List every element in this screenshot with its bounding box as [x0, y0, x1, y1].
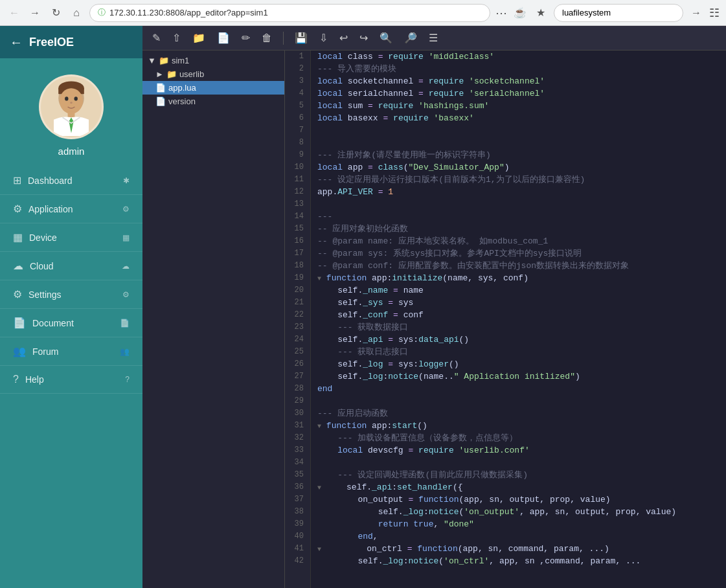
reload-button[interactable]: ↻	[48, 5, 63, 21]
line-num-23: 23	[291, 321, 304, 334]
line-num-31: 31	[291, 420, 304, 432]
forum-icon-right: 👥	[120, 347, 130, 356]
sidebar-item-forum[interactable]: 👥 Forum 👥	[0, 337, 142, 366]
toolbar-download-button[interactable]: ⇩	[316, 30, 331, 46]
browser-more-button[interactable]: ☷	[709, 6, 720, 20]
line-num-41: 41	[291, 543, 304, 555]
code-line-9: --- 注册对象(请尽量使用唯一的标识字符串)	[317, 149, 720, 161]
tree-item-userlib[interactable]: ► 📁 userlib	[142, 67, 284, 81]
code-line-31: ▼ function app:start()	[317, 420, 720, 432]
tree-item-root[interactable]: ▼ 📁 sim1	[142, 54, 284, 67]
star-button[interactable]: ★	[533, 5, 549, 21]
tree-arrow-icon: ▼	[148, 56, 156, 65]
forward-button[interactable]: →	[27, 5, 43, 21]
tree-version-label: version	[168, 96, 196, 106]
code-line-6: local basexx = require 'basexx'	[317, 112, 720, 124]
svg-point-3	[60, 88, 83, 114]
line-num-16: 16	[291, 235, 304, 247]
sidebar-item-cloud[interactable]: ☁ Cloud ☁	[0, 252, 142, 280]
search-input[interactable]	[554, 4, 683, 22]
search-go-button[interactable]: →	[688, 5, 704, 21]
sidebar-item-device[interactable]: ▦ Device ▦	[0, 223, 142, 252]
toolbar-delete-button[interactable]: 🗑	[258, 30, 275, 46]
browser-menu-button[interactable]: ⋯	[495, 6, 507, 20]
code-line-42: self._log:notice('on_ctrl', app, sn ,com…	[317, 555, 720, 567]
line-num-32: 32	[291, 432, 304, 444]
bookmark-button[interactable]: ☕	[512, 5, 528, 21]
toolbar-file-button[interactable]: 📄	[214, 30, 233, 46]
toolbar-upload-button[interactable]: ⇧	[169, 30, 184, 46]
code-editor[interactable]: 1 2 3 4 5 6 7 8 9 10 11 12 13 14	[285, 51, 726, 588]
forum-icon: 👥	[13, 345, 26, 357]
line-num-39: 39	[291, 518, 304, 530]
tree-item-version[interactable]: 📄 version	[142, 95, 284, 108]
sidebar-item-settings[interactable]: ⚙ Settings ⚙	[0, 280, 142, 309]
sidebar-item-document-label: Document	[32, 318, 74, 328]
line-num-14: 14	[291, 210, 304, 223]
toolbar-zoom-out-button[interactable]: 🔎	[401, 30, 420, 46]
toolbar-zoom-in-button[interactable]: 🔍	[376, 30, 396, 46]
username-label: admin	[58, 146, 85, 157]
code-line-7	[317, 124, 720, 137]
sidebar-item-settings-label: Settings	[28, 289, 62, 300]
code-line-39: return true, "done"	[317, 518, 720, 530]
line-num-11: 11	[291, 174, 304, 186]
line-num-29: 29	[291, 395, 304, 407]
toolbar-save-button[interactable]: 💾	[291, 30, 311, 46]
code-line-36: ▼ self._api:set_handler({	[317, 481, 720, 493]
toolbar-folder-button[interactable]: 📁	[189, 30, 209, 46]
code-line-28: end	[317, 383, 720, 395]
line-num-17: 17	[291, 247, 304, 260]
editor-split: ▼ 📁 sim1 ► 📁 userlib 📄 app.lua 📄 version	[142, 51, 726, 588]
settings-icon-right: ⚙	[122, 290, 130, 299]
sidebar: ← FreeIOE	[0, 26, 142, 588]
home-button[interactable]: ⌂	[69, 5, 84, 21]
file-app-icon: 📄	[155, 83, 166, 93]
code-line-41: ▼ on_ctrl = function(app, sn, command, p…	[317, 543, 720, 555]
svg-point-4	[65, 96, 68, 100]
cloud-icon: ☁	[13, 260, 23, 272]
tree-item-app-lua[interactable]: 📄 app.lua	[142, 81, 284, 95]
back-button[interactable]: ←	[6, 5, 22, 21]
sidebar-item-cloud-label: Cloud	[30, 261, 54, 271]
main-content: ✎ ⇧ 📁 📄 ✏ 🗑 💾 ⇩ ↩ ↪ 🔍 🔎 ☰ ▼ 📁 sim1	[142, 26, 726, 588]
code-lines: local class = require 'middleclass' --- …	[311, 51, 726, 588]
avatar-image	[42, 78, 100, 136]
line-num-22: 22	[291, 309, 304, 321]
code-line-12: app.API_VER = 1	[317, 186, 720, 198]
sidebar-back-button[interactable]: ←	[10, 35, 23, 50]
address-bar[interactable]: ⓘ 172.30.11.230:8808/app_editor?app=sim1	[89, 4, 490, 22]
line-num-8: 8	[291, 137, 304, 149]
document-icon: 📄	[13, 317, 26, 329]
sidebar-item-help[interactable]: ? Help ?	[0, 366, 142, 394]
line-num-6: 6	[291, 112, 304, 124]
line-num-26: 26	[291, 358, 304, 370]
sidebar-item-help-label: Help	[25, 374, 44, 385]
line-num-34: 34	[291, 457, 304, 469]
application-icon: ⚙	[13, 203, 22, 215]
tree-arrow-right-icon: ►	[155, 69, 164, 79]
line-num-21: 21	[291, 297, 304, 309]
code-line-33: local devscfg = require 'userlib.conf'	[317, 444, 720, 457]
help-icon: ?	[13, 374, 19, 385]
sidebar-item-document[interactable]: 📄 Document 📄	[0, 309, 142, 337]
editor-toolbar: ✎ ⇧ 📁 📄 ✏ 🗑 💾 ⇩ ↩ ↪ 🔍 🔎 ☰	[142, 26, 726, 51]
line-num-20: 20	[291, 284, 304, 297]
code-line-22: self._conf = conf	[317, 309, 720, 321]
sidebar-item-dashboard[interactable]: ⊞ Dashboard ✱	[0, 166, 142, 195]
tree-app-lua-label: app.lua	[168, 83, 196, 93]
toolbar-edit-button[interactable]: ✏	[238, 30, 253, 46]
code-line-16: -- @param name: 应用本地安装名称。 如modbus_com_1	[317, 235, 720, 247]
code-line-34	[317, 457, 720, 469]
svg-point-5	[74, 96, 78, 100]
code-line-24: self._api = sys:data_api()	[317, 334, 720, 346]
toolbar-separator-1	[283, 32, 284, 45]
url-text: 172.30.11.230:8808/app_editor?app=sim1	[109, 8, 268, 17]
folder-userlib-icon: 📁	[166, 69, 177, 79]
toolbar-redo-button[interactable]: ↪	[356, 30, 371, 46]
toolbar-undo-button[interactable]: ↩	[336, 30, 351, 46]
toolbar-menu-button[interactable]: ☰	[425, 30, 441, 46]
toolbar-pen-button[interactable]: ✎	[149, 30, 164, 46]
sidebar-item-application[interactable]: ⚙ Application ⚙	[0, 195, 142, 223]
line-num-36: 36	[291, 481, 304, 493]
